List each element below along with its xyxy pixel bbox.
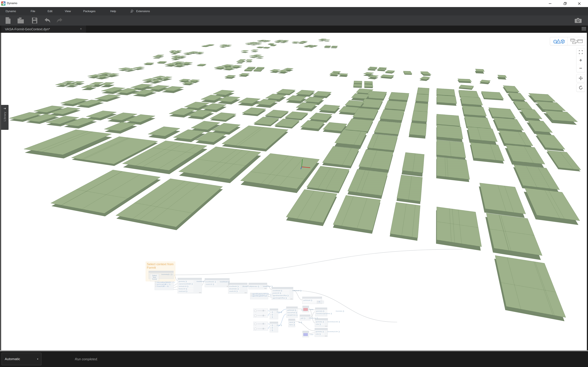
menu-extensions[interactable]: Extensions — [136, 7, 150, 15]
tab-active-document[interactable]: VASA-Formit-GeoContext.dyn* × — [1, 25, 86, 33]
redo-button[interactable] — [56, 17, 63, 24]
menu-edit[interactable]: Edit — [48, 7, 52, 15]
menu-packages[interactable]: Packages — [83, 7, 95, 15]
library-flyout-tab[interactable]: ➔ Library — [1, 105, 9, 130]
dynamo-logo-icon — [1, 1, 6, 6]
zoom-out-button[interactable]: − — [577, 64, 585, 72]
menu-view[interactable]: View — [65, 7, 71, 15]
zoom-fit-button[interactable] — [577, 48, 585, 56]
title-bar: Dynamo — [0, 0, 588, 7]
arrow-right-icon: ➔ — [4, 107, 6, 110]
menu-bar: Dynamo File Edit View Packages Help Exte… — [0, 7, 588, 16]
close-button[interactable] — [574, 0, 585, 7]
window-edge-right — [587, 33, 588, 350]
save-button[interactable] — [31, 17, 38, 24]
graph-view-button[interactable] — [568, 37, 585, 45]
library-label: Library — [3, 112, 7, 121]
geometry-view-button[interactable] — [550, 37, 568, 45]
minimize-button[interactable] — [545, 0, 555, 7]
run-mode-dropdown[interactable]: Automatic ▾ — [2, 353, 41, 365]
menu-file[interactable]: File — [31, 7, 35, 15]
menu-help[interactable]: Help — [110, 7, 116, 15]
zoom-controls: + − — [576, 48, 585, 72]
tab-close-icon[interactable]: × — [79, 27, 83, 31]
chevron-down-icon: ▾ — [37, 358, 38, 360]
tab-label: VASA-Formit-GeoContext.dyn* — [5, 27, 50, 31]
geometry-preview[interactable] — [0, 33, 588, 350]
pin-icon — [130, 9, 134, 13]
menu-dynamo[interactable]: Dynamo — [6, 7, 16, 15]
workspace-canvas[interactable]: Select context from FormItSelect from Fo… — [0, 33, 588, 350]
zoom-in-button[interactable]: + — [577, 56, 585, 64]
new-file-button[interactable] — [4, 17, 12, 24]
window-title: Dynamo — [7, 2, 17, 5]
run-mode-value: Automatic — [5, 357, 20, 361]
pan-button[interactable] — [576, 74, 585, 82]
view-mode-switch — [550, 37, 585, 45]
open-file-button[interactable] — [17, 17, 25, 24]
run-status-message: Run completed. — [75, 351, 98, 367]
toolbar — [0, 15, 588, 25]
orbit-button[interactable] — [576, 83, 585, 92]
window-edge-left — [0, 33, 1, 350]
undo-button[interactable] — [44, 17, 51, 24]
status-bar: Automatic ▾ Run completed. — [0, 351, 588, 367]
restore-button[interactable] — [560, 0, 571, 7]
workspace-menu-icon[interactable] — [582, 27, 586, 31]
tab-bar: VASA-Formit-GeoContext.dyn* × — [0, 25, 588, 33]
export-image-button[interactable] — [574, 17, 582, 24]
